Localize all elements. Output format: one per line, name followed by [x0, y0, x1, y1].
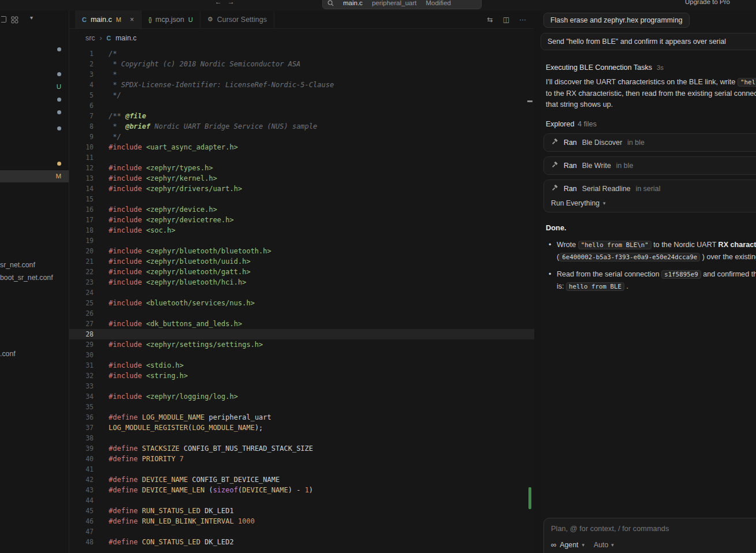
chevron-down-icon[interactable]: ▾ — [30, 14, 33, 21]
chat-section-header[interactable]: Executing BLE Connection Tasks3s — [546, 63, 756, 72]
code-line[interactable]: 35 — [69, 402, 534, 412]
code-line[interactable]: 6 — [69, 100, 534, 111]
file-tree-item[interactable]: sr_net.conf — [0, 260, 35, 270]
code-line[interactable]: 23#include <zephyr/bluetooth/hci.h> — [69, 277, 534, 287]
tool-call-card[interactable]: RanSerial Readlinein serialRun Everythin… — [543, 180, 756, 212]
code-line[interactable]: 11 — [69, 152, 534, 163]
code-line[interactable]: 37LOG_MODULE_REGISTER(LOG_MODULE_NAME); — [69, 423, 534, 433]
tab-label: main.c — [91, 16, 112, 24]
code-editor[interactable]: 1/*2 * Copyright (c) 2018 Nordic Semicon… — [69, 47, 534, 553]
code-line[interactable]: 38 — [69, 433, 534, 443]
code-line[interactable]: 41 — [69, 464, 534, 474]
code-line[interactable]: 33 — [69, 381, 534, 391]
line-content: #define DEVICE_NAME_LEN (sizeof(DEVICE_N… — [94, 485, 313, 495]
code-line[interactable]: 29#include <zephyr/settings/settings.h> — [69, 339, 534, 350]
code-line[interactable]: 30 — [69, 350, 534, 360]
code-line[interactable]: 32#include <string.h> — [69, 371, 534, 381]
user-message-pill[interactable]: Flash erase and zephyr.hex programming — [543, 13, 690, 28]
command-center[interactable]: main.c peripheral_uart Modified — [322, 0, 482, 9]
agent-mode-selector[interactable]: ∞ Agent ▾ — [551, 540, 584, 549]
history-nav: ← → — [215, 0, 234, 6]
code-line[interactable]: 34#include <zephyr/logging/log.h> — [69, 391, 534, 402]
code-line[interactable]: 47 — [69, 526, 534, 537]
tab-cursor-settings[interactable]: ⚙Cursor Settings — [200, 10, 274, 28]
breadcrumb-item[interactable]: src — [85, 34, 95, 42]
history-back-button[interactable]: ← — [215, 0, 222, 6]
code-line[interactable]: 5 */ — [69, 90, 534, 100]
code-line[interactable]: 42#define DEVICE_NAME CONFIG_BT_DEVICE_N… — [69, 474, 534, 485]
code-line[interactable]: 46#define RUN_LED_BLINK_INTERVAL 1000 — [69, 516, 534, 526]
code-line[interactable]: 16#include <zephyr/device.h> — [69, 204, 534, 215]
tab-main-c[interactable]: Cmain.cM× — [75, 10, 141, 28]
code-line[interactable]: 18#include <soc.h> — [69, 225, 534, 236]
tool-name: Ble Write — [582, 162, 611, 170]
compare-changes-icon[interactable]: ⇆ — [487, 16, 493, 24]
line-number: 40 — [69, 454, 94, 464]
file-tree-item[interactable]: boot_sr_net.conf — [0, 273, 53, 282]
chat-panel: Flash erase and zephyr.hex programming S… — [541, 10, 756, 553]
code-line[interactable]: 24 — [69, 287, 534, 298]
code-line[interactable]: 3 * — [69, 69, 534, 80]
split-editor-icon[interactable]: ◫ — [503, 16, 509, 24]
code-line[interactable]: 12#include <zephyr/types.h> — [69, 163, 534, 173]
code-line[interactable]: 25#include <bluetooth/services/nus.h> — [69, 298, 534, 308]
line-content: #include <zephyr/devicetree.h> — [94, 215, 234, 225]
code-line[interactable]: 7/** @file — [69, 111, 534, 121]
code-line[interactable]: 10#include <uart_async_adapter.h> — [69, 142, 534, 152]
project-grid-icon[interactable] — [11, 16, 18, 24]
code-line[interactable]: 44 — [69, 495, 534, 506]
code-line[interactable]: 20#include <zephyr/bluetooth/bluetooth.h… — [69, 246, 534, 256]
model-selector[interactable]: Auto ▾ — [594, 541, 614, 549]
code-line[interactable]: 43#define DEVICE_NAME_LEN (sizeof(DEVICE… — [69, 485, 534, 495]
more-actions-icon[interactable]: ··· — [519, 16, 526, 24]
code-line[interactable]: 28 — [69, 329, 534, 339]
code-line[interactable]: 14#include <zephyr/drivers/uart.h> — [69, 184, 534, 194]
code-line[interactable]: 48#define CON_STATUS_LED DK_LED2 — [69, 537, 534, 547]
chat-input-box[interactable]: Plan, @ for context, / for commands ∞ Ag… — [543, 518, 756, 553]
explored-files-row[interactable]: Explored4 files — [546, 120, 756, 128]
code-line[interactable]: 27#include <dk_buttons_and_leds.h> — [69, 319, 534, 329]
line-number: 17 — [69, 215, 94, 225]
line-content: */ — [94, 132, 121, 142]
code-line[interactable]: 4 * SPDX-License-Identifier: LicenseRef-… — [69, 80, 534, 90]
close-icon[interactable]: × — [130, 16, 134, 24]
code-line[interactable]: 31#include <stdio.h> — [69, 360, 534, 371]
code-line[interactable]: 39#define STACKSIZE CONFIG_BT_NUS_THREAD… — [69, 443, 534, 454]
line-number: 43 — [69, 485, 94, 495]
code-line[interactable]: 8 * @brief Nordic UART Bridge Service (N… — [69, 121, 534, 132]
upgrade-to-pro-button[interactable]: Upgrade to Pro — [685, 0, 730, 5]
code-line[interactable]: 9 */ — [69, 132, 534, 142]
json-file-icon: {} — [148, 16, 151, 23]
tool-location: in ble — [616, 162, 634, 170]
code-line[interactable]: 40#define PRIORITY 7 — [69, 454, 534, 464]
line-number: 6 — [69, 100, 94, 111]
file-tree-item[interactable]: .conf — [0, 349, 16, 358]
user-message-box[interactable]: Send "hello from BLE" and confirm it app… — [541, 33, 756, 50]
code-line[interactable]: 26 — [69, 308, 534, 319]
breadcrumb[interactable]: src›Cmain.c — [69, 29, 534, 47]
code-line[interactable]: 13#include <zephyr/kernel.h> — [69, 173, 534, 184]
code-line[interactable]: 21#include <zephyr/bluetooth/uuid.h> — [69, 256, 534, 267]
history-forward-button[interactable]: → — [228, 0, 234, 6]
tab-mcp-json[interactable]: {}mcp.jsonU — [141, 10, 200, 28]
code-line[interactable]: 45#define RUN_STATUS_LED DK_LED1 — [69, 506, 534, 516]
code-line[interactable]: 1/* — [69, 48, 534, 59]
code-line[interactable]: 17#include <zephyr/devicetree.h> — [69, 215, 534, 225]
run-everything-button[interactable]: Run Everything▾ — [551, 199, 756, 207]
tool-call-card[interactable]: RanBle Writein ble — [543, 156, 756, 175]
code-line[interactable]: 2 * Copyright (c) 2018 Nordic Semiconduc… — [69, 59, 534, 69]
command-center-status: Modified — [426, 0, 450, 6]
titlebar: ← → main.c peripheral_uart Modified Upgr… — [0, 0, 756, 10]
line-number: 47 — [69, 526, 94, 537]
editor-group: Cmain.cM×{}mcp.jsonU⚙Cursor Settings ⇆◫·… — [69, 10, 534, 553]
inline-code: "hello from BLE\n" — [578, 241, 651, 249]
inline-code: s1f5895e9 — [661, 270, 701, 279]
code-line[interactable]: 15 — [69, 194, 534, 204]
tool-call-card[interactable]: RanBle Discoverin ble — [543, 133, 756, 152]
code-line[interactable]: 19 — [69, 236, 534, 246]
tool-name: Ble Discover — [582, 139, 623, 147]
breadcrumb-item[interactable]: main.c — [116, 34, 136, 42]
code-line[interactable]: 22#include <zephyr/bluetooth/gatt.h> — [69, 267, 534, 277]
code-line[interactable]: 36#define LOG_MODULE_NAME peripheral_uar… — [69, 412, 534, 423]
tool-call-row: RanBle Discoverin ble — [551, 139, 756, 147]
